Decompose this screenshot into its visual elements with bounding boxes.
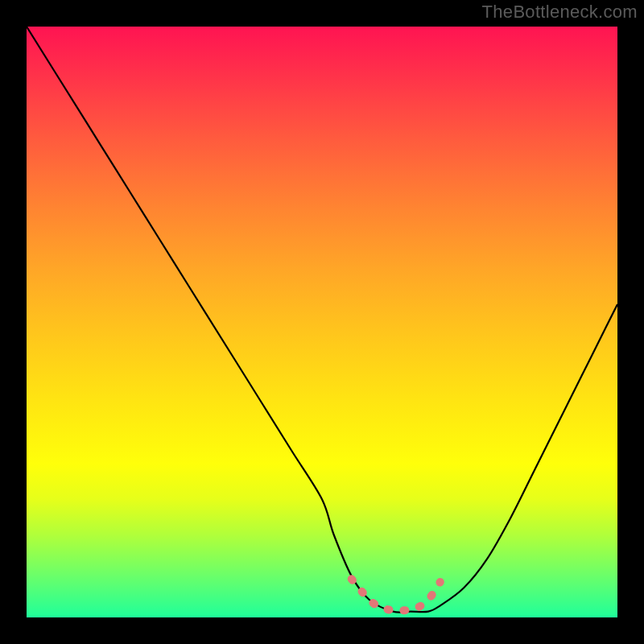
bottleneck-curve-path [27,27,617,613]
chart-frame: TheBottleneck.com [0,0,644,644]
chart-svg [27,27,617,617]
optimal-marker-path [352,579,440,610]
watermark-text: TheBottleneck.com [482,2,638,23]
plot-area [27,27,617,617]
